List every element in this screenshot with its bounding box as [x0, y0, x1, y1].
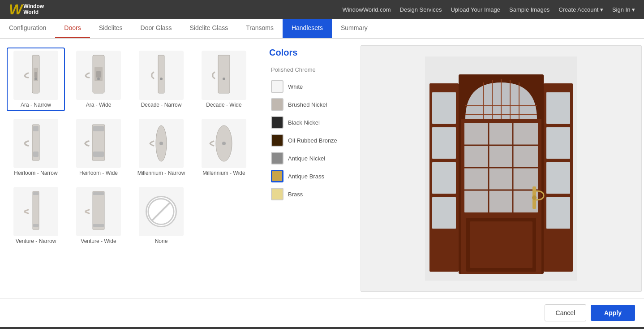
svg-point-59 — [532, 195, 537, 200]
handleset-heirloom-wide[interactable]: Heirloom - Wide — [69, 116, 128, 179]
tab-sidelites[interactable]: Sidelites — [90, 19, 132, 38]
design-services-link[interactable]: Design Services — [400, 6, 442, 13]
color-label-brushed-nickel: Brushed Nickel — [288, 101, 327, 108]
logo-world: World — [23, 9, 44, 15]
venture-narrow-svg — [20, 190, 52, 233]
none-label: None — [155, 238, 168, 244]
svg-rect-24 — [33, 224, 39, 227]
svg-rect-27 — [93, 224, 104, 227]
colors-panel: Colors Polished Chrome WhiteBrushed Nick… — [260, 43, 358, 294]
tab-transoms[interactable]: Transoms — [237, 19, 283, 38]
handleset-ara-wide[interactable]: Ara - Wide — [69, 48, 128, 111]
color-swatch-antique-nickel — [271, 152, 283, 164]
decade-wide-svg — [208, 54, 240, 97]
windowworld-link[interactable]: WindowWorld.com — [342, 6, 391, 13]
heirloom-wide-svg — [83, 122, 114, 165]
svg-point-7 — [97, 78, 100, 80]
sign-in-link[interactable]: Sign In — [612, 6, 635, 13]
svg-rect-17 — [93, 152, 104, 157]
handleset-decade-narrow[interactable]: Decade - Narrow — [132, 48, 190, 111]
decade-narrow-image — [139, 51, 184, 100]
svg-rect-35 — [432, 197, 456, 229]
millennium-wide-label: Millennium - Wide — [202, 170, 245, 176]
tab-configuration[interactable]: Configuration — [0, 19, 55, 38]
color-label-white: White — [288, 83, 303, 90]
svg-rect-34 — [432, 162, 456, 194]
colors-title: Colors — [269, 48, 349, 58]
handleset-heirloom-narrow[interactable]: Heirloom - Narrow — [7, 116, 65, 179]
svg-rect-23 — [33, 192, 39, 195]
millennium-wide-svg — [208, 122, 240, 165]
svg-rect-32 — [432, 92, 456, 124]
tab-doors[interactable]: Doors — [55, 19, 90, 38]
upload-image-link[interactable]: Upload Your Image — [451, 6, 500, 13]
svg-point-3 — [34, 78, 37, 80]
preview-panel — [361, 45, 642, 292]
tab-sidelite-glass[interactable]: Sidelite Glass — [181, 19, 237, 38]
venture-wide-label: Venture - Wide — [81, 238, 116, 244]
none-icon — [147, 197, 176, 226]
color-antique-brass[interactable]: Antique Brass — [269, 167, 349, 185]
decade-wide-image — [202, 51, 246, 100]
logo: W Window World — [9, 1, 44, 18]
none-image — [139, 187, 184, 236]
cancel-button[interactable]: Cancel — [545, 304, 587, 321]
venture-narrow-label: Venture - Narrow — [16, 238, 56, 244]
svg-rect-38 — [546, 127, 570, 159]
none-circle — [146, 196, 177, 227]
decade-narrow-svg — [146, 54, 177, 97]
color-white[interactable]: White — [269, 78, 349, 95]
svg-rect-40 — [546, 197, 570, 229]
ara-wide-label: Ara - Wide — [86, 102, 112, 108]
handleset-venture-wide[interactable]: Venture - Wide — [69, 184, 128, 247]
svg-rect-10 — [218, 55, 230, 93]
sample-images-link[interactable]: Sample Images — [509, 6, 550, 13]
color-antique-nickel[interactable]: Antique Nickel — [269, 149, 349, 167]
handleset-millennium-narrow[interactable]: Millennium - Narrow — [132, 116, 190, 179]
handleset-decade-wide[interactable]: Decade - Wide — [195, 48, 253, 111]
svg-rect-57 — [470, 221, 532, 268]
handlesets-panel: Ara - Narrow Ara - Wide — [0, 43, 260, 294]
apply-button[interactable]: Apply — [591, 305, 635, 321]
heirloom-wide-label: Heirloom - Wide — [79, 170, 118, 176]
handleset-none[interactable]: None — [132, 184, 190, 247]
svg-point-21 — [222, 142, 226, 145]
tab-bar: Configuration Doors Sidelites Door Glass… — [0, 19, 644, 39]
color-black-nickel[interactable]: Black Nickel — [269, 113, 349, 131]
svg-point-19 — [159, 142, 163, 145]
polished-chrome-link[interactable]: Polished Chrome — [269, 65, 349, 75]
svg-rect-22 — [33, 191, 39, 229]
ara-narrow-image — [13, 51, 58, 100]
door-preview-svg — [425, 56, 577, 281]
bottom-bar: Cancel Apply — [0, 299, 644, 327]
create-account-link[interactable]: Create Account — [558, 6, 603, 13]
color-swatch-brass — [271, 188, 283, 200]
svg-rect-25 — [93, 191, 104, 229]
millennium-narrow-image — [139, 119, 184, 168]
handleset-millennium-wide[interactable]: Millennium - Wide — [195, 116, 253, 179]
color-label-oil-rubbed-bronze: Oil Rubbed Bronze — [288, 137, 337, 144]
color-swatch-white — [271, 80, 283, 93]
tab-handlesets[interactable]: Handlesets — [283, 19, 332, 38]
ara-narrow-label: Ara - Narrow — [21, 102, 51, 108]
svg-rect-6 — [96, 71, 101, 78]
tab-summary[interactable]: Summary — [332, 19, 377, 38]
svg-rect-13 — [33, 126, 39, 131]
color-oil-rubbed-bronze[interactable]: Oil Rubbed Bronze — [269, 131, 349, 149]
millennium-wide-image — [202, 119, 246, 168]
handleset-ara-narrow[interactable]: Ara - Narrow — [7, 48, 65, 111]
venture-narrow-image — [13, 187, 58, 236]
handleset-venture-narrow[interactable]: Venture - Narrow — [7, 184, 65, 247]
color-label-brass: Brass — [288, 191, 303, 198]
color-brass[interactable]: Brass — [269, 185, 349, 203]
svg-rect-33 — [432, 127, 456, 159]
tab-door-glass[interactable]: Door Glass — [132, 19, 181, 38]
main-content: Ara - Narrow Ara - Wide — [0, 39, 644, 299]
heirloom-narrow-image — [13, 119, 58, 168]
color-swatch-oil-rubbed-bronze — [271, 134, 283, 147]
logo-text: Window World — [23, 4, 44, 15]
color-brushed-nickel[interactable]: Brushed Nickel — [269, 95, 349, 113]
color-label-antique-nickel: Antique Nickel — [288, 155, 325, 162]
svg-rect-16 — [93, 126, 104, 131]
svg-rect-39 — [546, 162, 570, 194]
